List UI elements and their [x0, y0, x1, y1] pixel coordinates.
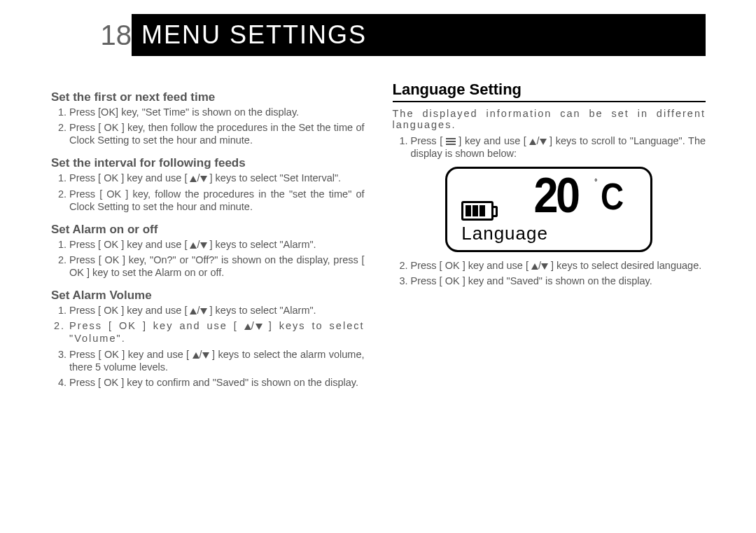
language-lead: The displayed information can be set in … [393, 108, 706, 130]
language-heading: Language Setting [393, 81, 706, 99]
left-column: Set the first or next feed time Press [O… [51, 81, 365, 392]
display-label: Language [461, 223, 548, 244]
down-triangle-icon [255, 324, 262, 330]
language-steps-cont: Press [ OK ] key and use [ / ] keys to s… [393, 259, 706, 287]
down-triangle-icon [541, 263, 548, 270]
down-triangle-icon [200, 176, 207, 182]
list-item: Press [ OK ] key, "On?" or "Off?" is sho… [69, 254, 365, 279]
up-triangle-icon [190, 242, 197, 249]
up-triangle-icon [244, 324, 251, 330]
list-item: Press [ OK ] key, then follow the proced… [69, 121, 365, 146]
display-unit: C [601, 174, 624, 218]
sec3-steps: Press [ OK ] key and use [ / ] keys to s… [51, 238, 365, 279]
display-preview: 20 ° C Language [445, 167, 652, 252]
page-number: 18 [77, 14, 132, 56]
list-item: Press [ OK ] key, follow the procedures … [69, 188, 365, 213]
sec3-heading: Set Alarm on or off [51, 223, 365, 237]
down-triangle-icon [200, 308, 207, 314]
list-item: Press [ OK ] key and use [ / ] keys to s… [411, 259, 706, 272]
header-bar: MENU SETTINGS [132, 14, 706, 56]
up-triangle-icon [190, 176, 197, 182]
sec4-heading: Set Alarm Volume [51, 289, 365, 303]
degree-icon: ° [594, 178, 597, 186]
list-item: Press [ OK ] key and "Saved" is shown on… [411, 275, 706, 287]
list-item: Press [ OK ] key and use [ / ] keys to s… [69, 348, 365, 373]
list-item: Press [ OK ] key and use [ / ] keys to s… [69, 172, 365, 184]
sec1-heading: Set the first or next feed time [51, 90, 365, 104]
sec1-steps: Press [OK] key, "Set Time" is shown on t… [51, 106, 365, 146]
down-triangle-icon [200, 242, 207, 249]
language-steps: Press [ ] key and use [ / ] keys to scro… [393, 134, 706, 160]
list-item: Press [ OK ] key and use [ / ] keys to s… [69, 238, 365, 251]
up-triangle-icon [192, 352, 200, 359]
sec2-steps: Press [ OK ] key and use [ / ] keys to s… [51, 172, 365, 212]
page-title: MENU SETTINGS [132, 14, 706, 56]
up-triangle-icon [531, 263, 538, 270]
down-triangle-icon [540, 139, 547, 145]
up-triangle-icon [190, 308, 197, 314]
list-item: Press [ OK ] key and use [ / ] keys to s… [69, 304, 365, 317]
up-triangle-icon [529, 139, 536, 145]
list-item: Press [OK] key, "Set Time" is shown on t… [69, 106, 365, 118]
sec4-steps: Press [ OK ] key and use [ / ] keys to s… [51, 304, 365, 389]
sec2-heading: Set the interval for following feeds [51, 156, 365, 170]
battery-icon [461, 201, 493, 221]
hamburger-icon [446, 138, 456, 145]
right-column: Language Setting The displayed informati… [393, 81, 706, 392]
display-value: 20 [534, 167, 578, 223]
down-triangle-icon [202, 352, 209, 359]
list-item: Press [ ] key and use [ / ] keys to scro… [411, 134, 706, 160]
heading-rule [393, 101, 706, 102]
list-item: Press [ OK ] key and use [ / ] keys to s… [69, 319, 365, 345]
list-item: Press [ OK ] key to confirm and "Saved" … [69, 376, 365, 389]
